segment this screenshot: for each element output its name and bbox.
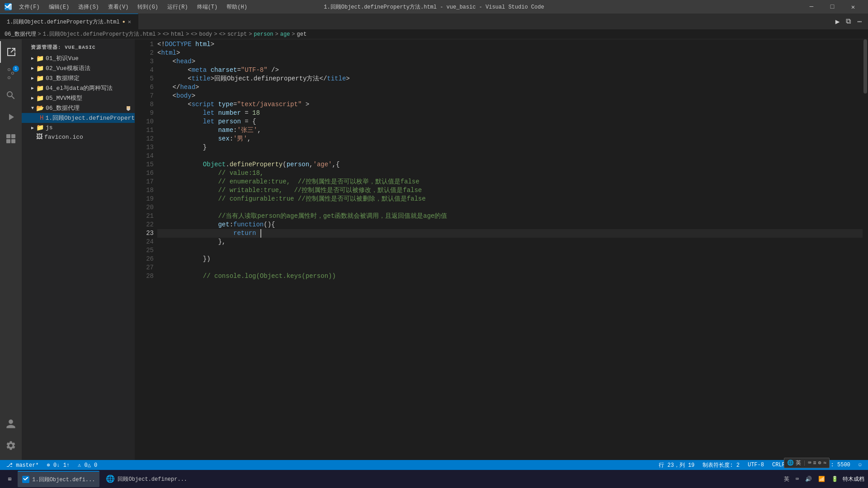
run-icon[interactable]: ▶ [834, 16, 842, 27]
menu-select[interactable]: 选择(S) [75, 2, 103, 12]
menu-help[interactable]: 帮助(H) [223, 2, 251, 12]
ico-file-icon: 🖼 [36, 133, 42, 141]
tray-icon-2[interactable]: 🔊 [803, 476, 814, 483]
folder-06[interactable]: ▼ 📂 06_数据代理 ● [22, 103, 135, 113]
activity-bar-bottom [0, 413, 22, 460]
source-control-icon[interactable]: 1 [0, 63, 22, 84]
menu-terminal[interactable]: 终端(T) [193, 2, 222, 12]
bc-body[interactable]: body [199, 31, 212, 38]
folder-01[interactable]: ▶ 📁 01_初识Vue [22, 53, 135, 63]
extensions-icon[interactable] [0, 128, 22, 150]
folder-icon: 📂 [36, 104, 44, 112]
tab-close-button[interactable]: ✕ [128, 19, 131, 25]
editor-actions[interactable]: ▶ ⧉ ⋯ [834, 16, 868, 27]
folder-label: 01_初识Vue [46, 54, 79, 62]
folder-label: 06_数据代理 [46, 104, 80, 112]
ime-indicator[interactable]: 英 [782, 475, 791, 483]
title-bar: 文件(F) 编辑(E) 选择(S) 查看(V) 转到(G) 运行(R) 终端(T… [0, 0, 868, 14]
taskbar-vscode-btn1[interactable]: 1.回顾Object.defi... [18, 471, 99, 487]
ln-9: 9 [135, 109, 154, 117]
taskbar: ⊞ 1.回顾Object.defi... 🌐 回顾Object.definepr… [0, 470, 868, 488]
ln-11: 11 [135, 126, 154, 135]
tray-icon-1[interactable]: ⌨ [794, 476, 801, 483]
ln-22: 22 [135, 221, 154, 229]
code-line-21: //当有人读取person的age属性时，get函数就会被调用，且返回值就是ag… [157, 212, 863, 221]
ln-17: 17 [135, 178, 154, 186]
taskbar-right: 英 ⌨ 🔊 📶 🔋 特木成档 [782, 475, 864, 483]
expand-arrow: ▼ [29, 106, 36, 111]
split-editor-icon[interactable]: ⧉ [844, 16, 853, 27]
bc-folder[interactable]: 06_数据代理 [5, 30, 36, 38]
bc-person[interactable]: person [254, 31, 273, 38]
tray-icon-4[interactable]: 🔋 [830, 476, 840, 483]
expand-arrow: ▶ [29, 95, 36, 101]
tray-icon-3[interactable]: 📶 [816, 476, 827, 483]
warnings[interactable]: ⚠ 0△ 0 [76, 462, 99, 469]
code-line-13: } [157, 143, 863, 152]
explorer-icon[interactable] [0, 41, 22, 63]
status-right: 行 23，列 19 制表符长度: 2 UTF-8 CRLF HTML Port … [657, 461, 863, 469]
ln-12: 12 [135, 135, 154, 143]
maximize-button[interactable]: □ [822, 0, 843, 14]
ime-option1: ≡ [813, 460, 816, 466]
folder-icon: 📁 [36, 75, 44, 82]
folder-04[interactable]: ▶ 📁 04_el与data的两种写法 [22, 83, 135, 93]
code-editor[interactable]: <!DOCTYPE html> <html> <head> <meta char… [157, 39, 863, 460]
ln-14: 14 [135, 152, 154, 160]
scrollbar[interactable] [863, 39, 868, 460]
editor-area: 1 2 3 4 5 6 7 8 9 10 11 12 13 14 15 16 1… [135, 39, 868, 460]
bc-get[interactable]: get [297, 31, 307, 38]
run-debug-icon[interactable] [0, 106, 22, 128]
ime-option3: ≈ [823, 460, 826, 466]
svg-rect-2 [6, 139, 10, 143]
tab-active[interactable]: 1.回顾Object.defineProperty方法.html ● ✕ [0, 14, 138, 29]
menu-view[interactable]: 查看(V) [104, 2, 132, 12]
start-button[interactable]: ⊞ [4, 471, 16, 487]
menu-goto[interactable]: 转到(G) [134, 2, 162, 12]
settings-icon[interactable] [0, 435, 22, 456]
scrollbar-thumb[interactable] [863, 39, 867, 94]
bc-age[interactable]: age [280, 31, 290, 38]
folder-js[interactable]: ▶ 📁 js [22, 123, 135, 132]
code-line-19: // configurable:true //控制属性是否可以被删除，默认值是f… [157, 195, 863, 203]
account-icon[interactable] [0, 413, 22, 435]
errors-warnings[interactable]: ⊗ 0↓ 1↑ [45, 462, 71, 469]
menu-bar[interactable]: 文件(F) 编辑(E) 选择(S) 查看(V) 转到(G) 运行(R) 终端(T… [15, 2, 251, 12]
more-actions-icon[interactable]: ⋯ [855, 16, 863, 27]
folder-02[interactable]: ▶ 📁 02_Vue模板语法 [22, 63, 135, 73]
bc-file[interactable]: 1.回顾Object.defineProperty方法.html [43, 30, 156, 38]
tab-toolbar-row: 1.回顾Object.defineProperty方法.html ● ✕ ▶ ⧉… [0, 14, 868, 29]
file-favicon[interactable]: 🖼 favicon.ico [22, 132, 135, 141]
menu-run[interactable]: 运行(R) [164, 2, 192, 12]
folder-03[interactable]: ▶ 📁 03_数据绑定 [22, 73, 135, 83]
folder-icon: 📁 [36, 65, 44, 72]
activity-bar: 1 [0, 39, 22, 460]
bc-html[interactable]: html [171, 31, 184, 38]
ln-2: 2 [135, 49, 154, 57]
encoding[interactable]: UTF-8 [746, 462, 766, 468]
ime-status-bar: 🌐 英 | ⌨ ≡ ⊙ ≈ [784, 458, 830, 468]
windows-icon: ⊞ [8, 476, 11, 483]
ln-26: 26 [135, 255, 154, 263]
search-icon[interactable] [0, 84, 22, 106]
file-html-selected[interactable]: H 1.回顾Object.defineProperty方... M [22, 113, 135, 123]
tab-label: 1.回顾Object.defineProperty方法.html [7, 18, 120, 26]
menu-file[interactable]: 文件(F) [15, 2, 43, 12]
git-branch[interactable]: ⎇ master* [5, 462, 41, 469]
indentation[interactable]: 制表符长度: 2 [701, 461, 741, 469]
source-control-badge: 1 [13, 66, 19, 72]
ln-4: 4 [135, 66, 154, 75]
cursor-position[interactable]: 行 23，列 19 [657, 461, 696, 469]
folder-icon: 📁 [36, 124, 44, 131]
close-button[interactable]: ✕ [843, 0, 863, 14]
bc-script[interactable]: script [227, 31, 247, 38]
vscode-icon [5, 3, 12, 10]
feedback-icon[interactable]: ☺ [857, 462, 863, 468]
menu-edit[interactable]: 编辑(E) [45, 2, 73, 12]
minimize-button[interactable]: ─ [801, 0, 822, 14]
taskbar-browser-btn[interactable]: 🌐 回顾Object.definepr... [101, 471, 192, 487]
ln-21: 21 [135, 212, 154, 221]
window-controls[interactable]: ─ □ ✕ [801, 0, 863, 14]
folder-05[interactable]: ▶ 📁 05_MVVM模型 [22, 93, 135, 103]
explorer-header: 资源管理器: VUE_BASIC [22, 39, 135, 53]
